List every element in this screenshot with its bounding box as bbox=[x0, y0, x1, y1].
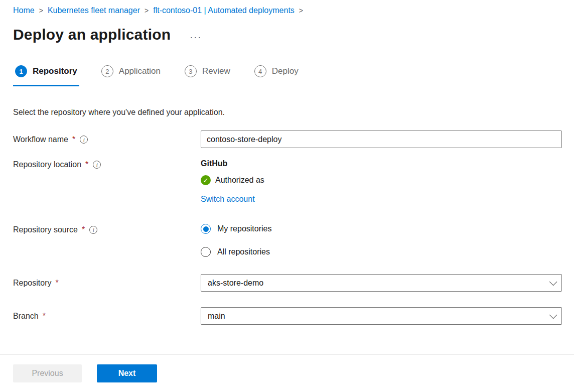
wizard-footer: Previous Next bbox=[0, 354, 574, 392]
branch-dropdown[interactable]: main bbox=[201, 307, 562, 325]
required-asterisk: * bbox=[55, 279, 58, 288]
workflow-name-label-text: Workflow name bbox=[13, 135, 68, 144]
branch-row: Branch* main bbox=[13, 307, 562, 325]
authorized-as-text: Authorized as bbox=[215, 176, 264, 185]
breadcrumb-fleet-manager[interactable]: Kubernetes fleet manager bbox=[48, 6, 140, 15]
required-asterisk: * bbox=[82, 225, 85, 234]
breadcrumb-separator: > bbox=[39, 7, 43, 15]
required-asterisk: * bbox=[43, 312, 46, 321]
breadcrumb-separator: > bbox=[145, 7, 149, 15]
repository-location-label-text: Repository location bbox=[13, 160, 81, 169]
repository-source-label-text: Repository source bbox=[13, 225, 78, 234]
provider-name: GitHub bbox=[201, 159, 562, 168]
switch-account-link[interactable]: Switch account bbox=[201, 195, 255, 204]
step-3-badge: 3 bbox=[185, 65, 197, 77]
more-options-button[interactable]: ··· bbox=[190, 30, 202, 40]
branch-dropdown-value: main bbox=[208, 312, 225, 321]
page-title: Deploy an application bbox=[13, 26, 171, 43]
breadcrumb-automated-deployments[interactable]: flt-contoso-01 | Automated deployments bbox=[153, 6, 295, 15]
repository-source-row: Repository source* i My repositories All… bbox=[13, 224, 562, 257]
radio-my-repositories-label: My repositories bbox=[217, 224, 271, 233]
required-asterisk: * bbox=[72, 135, 75, 144]
tab-application[interactable]: 2 Application bbox=[99, 65, 163, 86]
info-icon[interactable]: i bbox=[80, 136, 88, 144]
step-2-badge: 2 bbox=[101, 65, 113, 77]
radio-my-repositories[interactable]: My repositories bbox=[201, 224, 562, 234]
repository-location-label: Repository location* i bbox=[13, 159, 201, 169]
breadcrumb: Home>Kubernetes fleet manager>flt-contos… bbox=[13, 5, 562, 16]
chevron-down-icon bbox=[549, 278, 557, 286]
workflow-name-label: Workflow name* i bbox=[13, 135, 201, 144]
radio-all-repositories-label: All repositories bbox=[217, 247, 270, 256]
breadcrumb-home[interactable]: Home bbox=[13, 6, 35, 15]
repository-dropdown[interactable]: aks-store-demo bbox=[201, 274, 562, 292]
tab-review[interactable]: 3 Review bbox=[183, 65, 232, 86]
chevron-down-icon bbox=[549, 311, 557, 319]
required-asterisk: * bbox=[85, 160, 88, 169]
breadcrumb-separator: > bbox=[299, 7, 303, 15]
branch-label-text: Branch bbox=[13, 312, 39, 321]
info-icon[interactable]: i bbox=[89, 226, 97, 234]
step-2-label: Application bbox=[119, 66, 161, 76]
repository-label-text: Repository bbox=[13, 279, 51, 288]
step-1-label: Repository bbox=[33, 66, 77, 76]
authorized-check-icon: ✓ bbox=[201, 175, 211, 185]
repository-row: Repository* aks-store-demo bbox=[13, 274, 562, 292]
tab-repository[interactable]: 1 Repository bbox=[13, 65, 79, 86]
repository-source-label: Repository source* i bbox=[13, 224, 201, 234]
step-4-badge: 4 bbox=[254, 65, 266, 77]
radio-unselected-icon bbox=[201, 247, 211, 257]
deploy-application-page: Home>Kubernetes fleet manager>flt-contos… bbox=[0, 0, 574, 325]
branch-label: Branch* bbox=[13, 312, 201, 321]
step-4-label: Deploy bbox=[272, 66, 299, 76]
workflow-name-row: Workflow name* i bbox=[13, 130, 562, 148]
radio-all-repositories[interactable]: All repositories bbox=[201, 247, 562, 257]
radio-selected-icon bbox=[201, 224, 211, 234]
next-button[interactable]: Next bbox=[97, 364, 157, 382]
step-3-label: Review bbox=[202, 66, 230, 76]
intro-text: Select the repository where you've defin… bbox=[13, 108, 562, 117]
workflow-name-input[interactable] bbox=[201, 130, 562, 148]
info-icon[interactable]: i bbox=[93, 161, 101, 169]
repository-label: Repository* bbox=[13, 279, 201, 288]
repository-dropdown-value: aks-store-demo bbox=[208, 279, 263, 288]
previous-button[interactable]: Previous bbox=[13, 364, 82, 382]
step-1-badge: 1 bbox=[15, 65, 27, 77]
repository-location-row: Repository location* i GitHub ✓ Authoriz… bbox=[13, 159, 562, 204]
tab-deploy[interactable]: 4 Deploy bbox=[252, 65, 301, 86]
wizard-steps: 1 Repository 2 Application 3 Review 4 De… bbox=[13, 65, 562, 87]
